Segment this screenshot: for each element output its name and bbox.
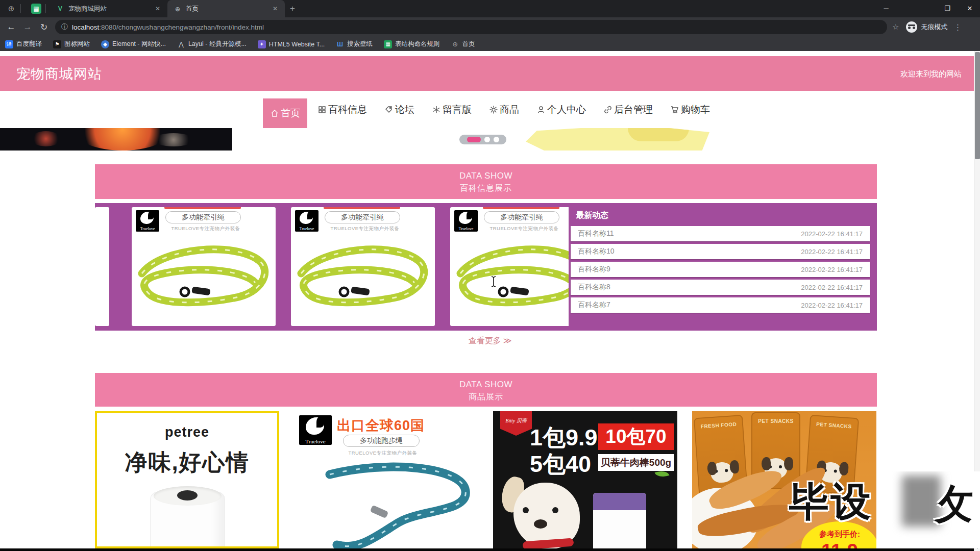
globe-favicon: ⊕ — [174, 5, 182, 13]
nav-label: 首页 — [281, 107, 300, 120]
bookmarks-bar: 译百度翻译 ⚑图标网站 ◆Element - 网站快... ⋀Layui - 经… — [0, 37, 980, 51]
url-text[interactable]: localhost:8080/chongwushangchengwangzhan… — [72, 23, 264, 31]
carousel-dot-active[interactable] — [467, 137, 481, 142]
news-row[interactable]: 百科名称7 2022-02-22 16:41:17 — [571, 297, 870, 313]
bookmark-star-icon[interactable]: ☆ — [892, 22, 899, 32]
carousel-pagination — [459, 135, 506, 144]
baidu-translate-icon: 译 — [5, 40, 13, 48]
bookmark-table-naming[interactable]: ▦表结构命名规则 — [384, 40, 440, 48]
baike-card-partial[interactable] — [95, 207, 109, 326]
news-row[interactable]: 百科名称10 2022-02-22 16:41:17 — [571, 244, 870, 259]
bookmark-baidu-translate[interactable]: 译百度翻译 — [5, 40, 42, 48]
card-badge: 多功能牵引绳 — [484, 211, 559, 223]
carousel-dot[interactable] — [494, 137, 499, 142]
product-card-petree[interactable]: petree 净味,好心情 — [95, 411, 279, 548]
nav-item-message-board[interactable]: 留言版 — [425, 91, 479, 128]
incognito-icon — [906, 21, 917, 33]
tab-separator — [20, 4, 21, 13]
news-row[interactable]: 百科名称8 2022-02-22 16:41:17 — [571, 280, 870, 295]
price-line-2: 5包40 — [530, 449, 591, 480]
news-date: 2022-02-22 16:41:17 — [801, 230, 863, 238]
nav-item-personal-center[interactable]: 个人中心 — [529, 91, 593, 128]
sheets-pinned-tab-icon[interactable]: ▦ — [31, 4, 41, 14]
baike-card[interactable]: Truelove 多功能牵引绳 TRUELOVE专注宠物户外装备 — [132, 207, 276, 326]
bookmark-layui[interactable]: ⋀Layui - 经典开源模... — [177, 40, 247, 48]
main-nav: 首页 百科信息 论坛 留言版 商品 个人中心 — [0, 91, 980, 128]
baike-card[interactable]: Truelove 多功能牵引绳 TRUELOVE专注宠物户外装备 — [450, 207, 569, 326]
nav-label: 论坛 — [395, 103, 414, 116]
scrollbar-thumb[interactable] — [975, 52, 980, 159]
card-tagline: TRUELOVE专注宠物户外装备 — [322, 226, 408, 232]
page-title: 宠物商城网站 — [16, 65, 102, 83]
bookmark-label: 百度翻译 — [16, 40, 42, 48]
carousel-slide-art-right — [526, 128, 709, 151]
product-card-beef-sticks[interactable]: Bitty 贝蒂 1包9.9 5包40 10包70 贝蒂牛肉棒500g — [493, 411, 677, 548]
bookmark-homepage[interactable]: ⊕首页 — [451, 40, 475, 48]
petree-logo: petree — [97, 424, 277, 440]
cart-icon — [670, 105, 679, 114]
site-info-icon[interactable]: ⓘ — [61, 22, 68, 32]
new-tab-button[interactable]: + — [290, 4, 295, 14]
bookmark-icon-site[interactable]: ⚑图标网站 — [53, 40, 90, 48]
nav-item-goods[interactable]: 商品 — [482, 91, 526, 128]
carousel-dot[interactable] — [484, 137, 490, 142]
bookmark-label: Layui - 经典开源模... — [188, 40, 247, 48]
tab-close-icon[interactable]: ✕ — [153, 4, 162, 13]
price-value: 11.9 — [801, 540, 876, 548]
site-header: 宠物商城网站 欢迎来到我的网站 — [0, 56, 980, 91]
product-headline: 出口全球60国 — [337, 416, 425, 435]
truelove-logo: Truelove — [136, 210, 159, 232]
nav-item-admin[interactable]: 后台管理 — [596, 91, 660, 128]
grid-icon — [317, 105, 327, 114]
tab-close-icon[interactable]: ✕ — [271, 4, 280, 13]
bookmark-wallpaper[interactable]: Ш搜索壁纸 — [336, 40, 373, 48]
news-name: 百科名称7 — [578, 300, 610, 310]
news-row[interactable]: 百科名称9 2022-02-22 16:41:17 — [571, 262, 870, 277]
truelove-logo: Truelove — [454, 210, 478, 232]
banner-subtitle: 商品展示 — [95, 392, 877, 403]
product-slogan: 净味,好心情 — [97, 447, 277, 478]
globe-icon: ⊕ — [451, 40, 459, 48]
forward-button[interactable]: → — [19, 22, 36, 32]
card-tagline: TRUELOVE专注宠物户外装备 — [162, 226, 249, 232]
globe-pinned-tab-icon[interactable]: ⊕ — [6, 4, 16, 14]
browser-tab-petshop[interactable]: V 宠物商城网站 ✕ — [50, 0, 167, 17]
window-minimize-button[interactable]: ─ — [876, 0, 896, 16]
card-tagline: TRUELOVE专注宠物户外装备 — [481, 226, 568, 232]
user-icon — [536, 105, 546, 114]
view-more-link[interactable]: 查看更多 ≫ — [0, 336, 980, 346]
package-image — [593, 493, 646, 548]
tab-title: 宠物商城网站 — [68, 5, 153, 13]
nav-item-baike[interactable]: 百科信息 — [310, 91, 374, 128]
url-host: localhost — [72, 23, 99, 31]
news-name: 百科名称9 — [578, 265, 610, 274]
baike-card[interactable]: Truelove 多功能牵引绳 TRUELOVE专注宠物户外装备 — [291, 207, 435, 326]
news-title: 最新动态 — [576, 210, 870, 221]
browser-tab-home[interactable]: ⊕ 首页 ✕ — [167, 0, 285, 17]
back-button[interactable]: ← — [3, 22, 19, 32]
incognito-indicator: 无痕模式 — [906, 21, 947, 33]
nav-item-cart[interactable]: 购物车 — [663, 91, 717, 128]
address-bar[interactable]: ⓘ localhost:8080/chongwushangchengwangzh… — [55, 20, 887, 34]
bookmark-element[interactable]: ◆Element - 网站快... — [101, 40, 166, 48]
product-card-running-leash[interactable]: Truelove 出口全球60国 多功能跑步绳 TRUELOVE专注宠物户外装备 — [294, 411, 478, 548]
news-name: 百科名称11 — [578, 229, 614, 238]
table-icon: ▦ — [384, 40, 392, 48]
hero-carousel[interactable] — [0, 128, 980, 151]
banner-title: DATA SHOW — [95, 171, 877, 181]
carousel-slide-art-left — [0, 128, 232, 151]
browser-menu-icon[interactable]: ⋮ — [953, 22, 962, 32]
window-close-button[interactable]: ✕ — [960, 0, 980, 16]
window-restore-button[interactable]: ❐ — [937, 0, 958, 16]
watermark-cover: 攵 — [881, 471, 980, 548]
bookmark-html5-template[interactable]: ✦HTML5 Website T... — [258, 40, 325, 48]
browser-tab-strip: ⊕ ▦ V 宠物商城网站 ✕ ⊕ 首页 ✕ + ─ ❐ ✕ — [0, 0, 980, 17]
green-leash-image — [291, 238, 435, 324]
nav-item-forum[interactable]: 论坛 — [377, 91, 422, 128]
reload-button[interactable]: ↻ — [36, 22, 52, 33]
nav-item-home[interactable]: 首页 — [263, 98, 307, 128]
baike-showcase-band: Truelove 多功能牵引绳 TRUELOVE专注宠物户外装备 Truelov… — [95, 203, 877, 331]
wallpaper-icon: Ш — [336, 40, 344, 48]
news-row[interactable]: 百科名称11 2022-02-22 16:41:17 — [571, 226, 870, 241]
bookmark-label: 首页 — [462, 40, 475, 48]
